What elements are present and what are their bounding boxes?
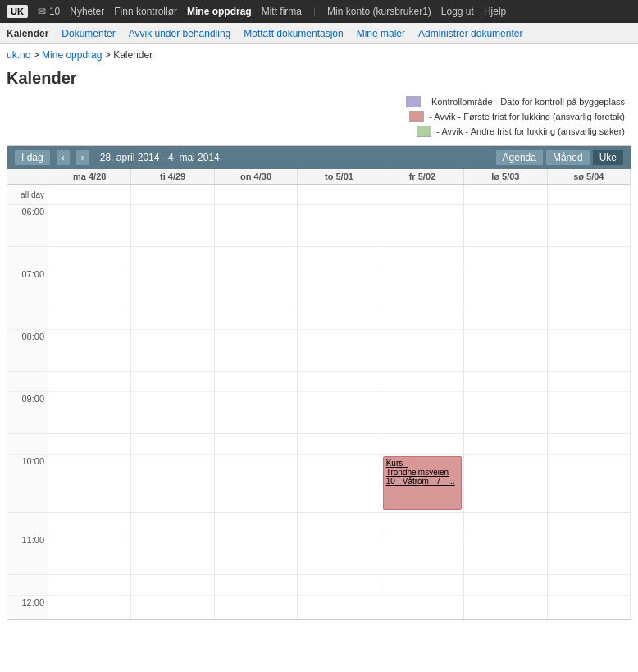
subnav-kalender[interactable]: Kalender <box>7 28 48 39</box>
cell-mon-1030[interactable] <box>48 513 131 533</box>
cell-wed-0630[interactable] <box>215 247 298 267</box>
cell-sat-0930[interactable] <box>464 434 547 454</box>
event-kurs-fri-1000[interactable]: Kurs - Trondheimsveien 10 - Våtrom - 7 -… <box>383 456 462 510</box>
nav-item-logg-ut[interactable]: Logg ut <box>441 6 474 17</box>
view-week-button[interactable]: Uke <box>592 149 624 166</box>
next-button[interactable]: › <box>75 149 90 166</box>
cell-wed-0600[interactable] <box>215 205 298 246</box>
cell-sun-1130[interactable] <box>548 575 631 595</box>
breadcrumb-home[interactable]: uk.no <box>7 49 30 61</box>
cell-fri-1100[interactable] <box>381 533 464 574</box>
nav-item-mitt-firma[interactable]: Mitt firma <box>262 6 302 17</box>
cell-wed-0800[interactable] <box>215 330 298 371</box>
cell-fri-0930[interactable] <box>381 434 464 454</box>
cell-tue-1000[interactable] <box>131 455 214 512</box>
cell-thu-0630[interactable] <box>298 247 381 267</box>
cell-sat-0800[interactable] <box>464 330 547 371</box>
cell-mon-1000[interactable] <box>48 455 131 512</box>
cell-fri-1000[interactable]: Kurs - Trondheimsveien 10 - Våtrom - 7 -… <box>381 455 464 512</box>
subnav-administrer-dokumenter[interactable]: Administrer dokumenter <box>418 28 522 39</box>
cell-thu-1030[interactable] <box>298 513 381 533</box>
prev-button[interactable]: ‹ <box>56 149 71 166</box>
cell-tue-0600[interactable] <box>131 205 214 246</box>
cell-mon-1200[interactable] <box>48 596 131 619</box>
cell-thu-1000[interactable] <box>298 455 381 512</box>
cell-sat-0900[interactable] <box>464 392 547 433</box>
allday-sat[interactable] <box>464 185 547 204</box>
nav-item-finn-kontrolor[interactable]: Finn kontrollør <box>114 6 177 17</box>
cell-sat-0700[interactable] <box>464 267 547 309</box>
today-button[interactable]: I dag <box>14 149 51 166</box>
cell-sat-1100[interactable] <box>464 533 547 574</box>
cell-sat-1000[interactable] <box>464 455 547 512</box>
cell-thu-0730[interactable] <box>298 309 381 329</box>
cell-mon-0900[interactable] <box>48 392 131 433</box>
cell-fri-0830[interactable] <box>381 372 464 391</box>
cell-sun-1200[interactable] <box>548 596 631 619</box>
cell-sat-1130[interactable] <box>464 575 547 595</box>
cell-sun-0730[interactable] <box>548 309 631 329</box>
cell-thu-0930[interactable] <box>298 434 381 454</box>
cell-fri-0800[interactable] <box>381 330 464 371</box>
cell-tue-0700[interactable] <box>131 267 214 309</box>
cell-tue-1130[interactable] <box>131 575 214 595</box>
cell-wed-1000[interactable] <box>215 455 298 512</box>
view-month-button[interactable]: Måned <box>545 149 590 166</box>
cell-mon-0600[interactable] <box>48 205 131 246</box>
allday-wed[interactable] <box>215 185 298 204</box>
cell-mon-1130[interactable] <box>48 575 131 595</box>
allday-fri[interactable] <box>381 185 464 204</box>
allday-mon[interactable] <box>48 185 131 204</box>
cell-sat-0830[interactable] <box>464 372 547 391</box>
nav-item-hjelp[interactable]: Hjelp <box>484 6 506 17</box>
breadcrumb-mine-oppdrag[interactable]: Mine oppdrag <box>42 49 102 61</box>
allday-tue[interactable] <box>131 185 214 204</box>
cell-mon-1100[interactable] <box>48 533 131 574</box>
cell-sun-1000[interactable] <box>548 455 631 512</box>
cell-fri-0730[interactable] <box>381 309 464 329</box>
cell-sat-0730[interactable] <box>464 309 547 329</box>
cell-wed-0830[interactable] <box>215 372 298 391</box>
cell-wed-1130[interactable] <box>215 575 298 595</box>
cell-tue-1100[interactable] <box>131 533 214 574</box>
cell-thu-1130[interactable] <box>298 575 381 595</box>
cell-tue-1030[interactable] <box>131 513 214 533</box>
cell-mon-0630[interactable] <box>48 247 131 267</box>
cell-fri-0630[interactable] <box>381 247 464 267</box>
cell-mon-0800[interactable] <box>48 330 131 371</box>
cell-tue-0930[interactable] <box>131 434 214 454</box>
cell-sun-1100[interactable] <box>548 533 631 574</box>
cell-thu-0700[interactable] <box>298 267 381 309</box>
allday-sun[interactable] <box>548 185 631 204</box>
cell-sat-1200[interactable] <box>464 596 547 619</box>
nav-item-mine-oppdrag[interactable]: Mine oppdrag <box>187 6 252 17</box>
cell-tue-0900[interactable] <box>131 392 214 433</box>
cell-mon-0930[interactable] <box>48 434 131 454</box>
cell-thu-0830[interactable] <box>298 372 381 391</box>
cell-thu-0900[interactable] <box>298 392 381 433</box>
cell-sun-1030[interactable] <box>548 513 631 533</box>
cell-sun-0900[interactable] <box>548 392 631 433</box>
subnav-avvik-under-behandling[interactable]: Avvik under behandling <box>129 28 231 39</box>
allday-thu[interactable] <box>298 185 381 204</box>
cell-wed-1200[interactable] <box>215 596 298 619</box>
cell-wed-0900[interactable] <box>215 392 298 433</box>
cell-thu-1200[interactable] <box>298 596 381 619</box>
cell-fri-1030[interactable] <box>381 513 464 533</box>
cell-wed-0730[interactable] <box>215 309 298 329</box>
cell-tue-0830[interactable] <box>131 372 214 391</box>
cell-sun-0600[interactable] <box>548 205 631 246</box>
subnav-dokumenter[interactable]: Dokumenter <box>62 28 115 39</box>
cell-fri-1200[interactable] <box>381 596 464 619</box>
cell-mon-0830[interactable] <box>48 372 131 391</box>
cell-thu-0600[interactable] <box>298 205 381 246</box>
cell-tue-0630[interactable] <box>131 247 214 267</box>
cell-sat-1030[interactable] <box>464 513 547 533</box>
cell-wed-1030[interactable] <box>215 513 298 533</box>
cell-sun-0800[interactable] <box>548 330 631 371</box>
cell-sun-0830[interactable] <box>548 372 631 391</box>
cell-thu-0800[interactable] <box>298 330 381 371</box>
cell-wed-1100[interactable] <box>215 533 298 574</box>
cell-tue-1200[interactable] <box>131 596 214 619</box>
cell-wed-0930[interactable] <box>215 434 298 454</box>
